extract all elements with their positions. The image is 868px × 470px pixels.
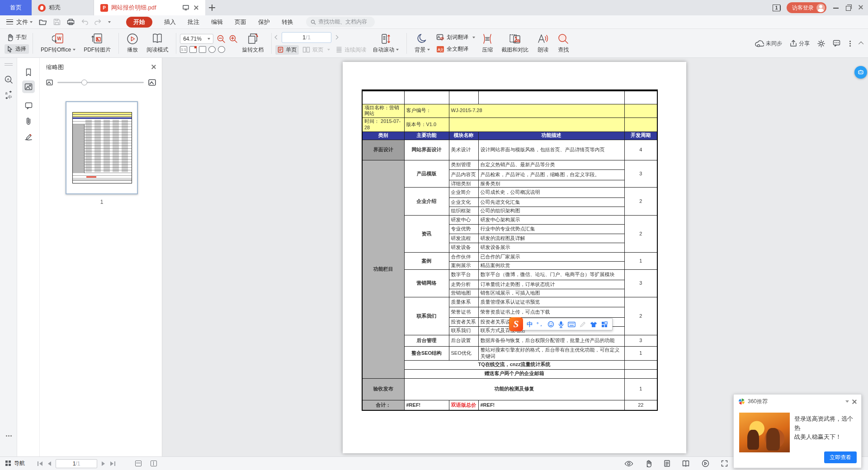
pdf-to-image-button[interactable]: PDF转图片 (80, 30, 115, 56)
signature-tab[interactable] (22, 130, 35, 143)
ime-skin-button[interactable] (590, 321, 597, 328)
ime-handwrite-button[interactable] (580, 321, 586, 328)
last-page-button[interactable] (110, 461, 115, 466)
more-menu-button[interactable] (848, 43, 852, 44)
undo-icon[interactable] (81, 19, 88, 25)
double-page-button[interactable]: 双页 (300, 45, 332, 55)
menu-annotate[interactable]: 批注 (188, 18, 199, 26)
hand-drag-icon[interactable] (645, 460, 652, 467)
close-window-button[interactable] (858, 5, 864, 11)
actual-size-icon[interactable]: 1:1 (180, 46, 187, 53)
rotate-right-icon[interactable] (218, 46, 225, 53)
translate-panel-button[interactable]: a中 (4, 90, 13, 99)
tab-home[interactable]: 首页 (0, 0, 32, 15)
menu-insert[interactable]: 插入 (164, 18, 176, 26)
search-input[interactable]: 查找功能、文档内容 (306, 17, 375, 27)
page-thumbnail[interactable] (66, 101, 138, 194)
next-page-button[interactable] (102, 461, 105, 466)
continuous-button[interactable]: 连续阅读 (334, 45, 368, 55)
status-page-input[interactable]: 1/1 (56, 459, 97, 468)
hamburger-icon[interactable] (6, 19, 13, 24)
popup-view-button[interactable]: 立即查看 (824, 451, 857, 463)
popup-ad-image[interactable] (739, 413, 790, 452)
feedback-button[interactable] (833, 40, 840, 47)
prev-page-icon[interactable] (275, 35, 279, 40)
ime-emoji-button[interactable] (547, 321, 554, 328)
login-button[interactable]: 访客登录 (787, 2, 826, 13)
eye-protect-icon[interactable] (624, 461, 633, 467)
fullscreen-icon[interactable] (721, 460, 728, 467)
single-view-icon[interactable] (664, 460, 670, 467)
minimize-button[interactable] (833, 5, 839, 11)
fit-width-icon[interactable] (199, 46, 206, 53)
menu-protect[interactable]: 保护 (258, 18, 270, 26)
close-panel-icon[interactable] (151, 64, 156, 70)
ime-toolbox-button[interactable] (601, 321, 608, 328)
bookmarks-tab[interactable] (22, 66, 35, 79)
close-tab-icon[interactable] (193, 5, 199, 10)
new-tab-button[interactable] (205, 0, 219, 15)
redo-icon[interactable] (94, 19, 102, 25)
hand-tool-button[interactable]: 手型 (5, 33, 29, 42)
more-commands-caret[interactable] (108, 21, 111, 23)
screenshot-compare-button[interactable]: 截图和对比 (497, 30, 533, 56)
compress-button[interactable]: 压缩 (477, 30, 497, 56)
zoom-level-select[interactable]: 64.71% (180, 34, 213, 44)
menu-page[interactable]: 页面 (235, 18, 246, 26)
word-translate-button[interactable]: A中 划词翻译 (434, 33, 477, 42)
ime-keyboard-button[interactable] (568, 322, 576, 327)
sogou-logo-icon[interactable]: S (509, 317, 523, 331)
auto-scroll-button[interactable]: 自动滚动 (368, 30, 403, 56)
attachments-tab[interactable] (22, 115, 35, 127)
sync-status-button[interactable]: 未同步 (755, 40, 782, 47)
comments-tab[interactable] (22, 99, 35, 112)
more-tools-icon[interactable] (6, 435, 7, 437)
settings-button[interactable] (817, 40, 825, 47)
ime-language-toggle[interactable]: 中 (527, 320, 533, 329)
nav-label[interactable]: 导航 (14, 460, 25, 467)
find-button[interactable]: 查找 (553, 30, 573, 56)
open-file-icon[interactable] (39, 19, 47, 25)
share-button[interactable]: 分享 (790, 40, 810, 47)
tab-document[interactable]: P 网站报价明细.pdf (94, 0, 205, 15)
thumbnails-tab[interactable] (22, 80, 35, 93)
popup-ad-text[interactable]: 登录送高资武将，选个热 战美人稳赢天下！ (794, 414, 859, 442)
print-icon[interactable] (67, 19, 75, 25)
collapse-toolbar-button[interactable] (860, 42, 863, 45)
pin-tab-icon[interactable] (183, 5, 189, 10)
zoom-in-icon[interactable] (229, 34, 238, 43)
ime-punctuation-toggle[interactable]: °， (537, 321, 543, 328)
save-icon[interactable] (53, 19, 61, 25)
fit-width-button[interactable] (135, 461, 142, 466)
popup-close-icon[interactable] (852, 399, 857, 404)
book-view-icon[interactable] (682, 460, 690, 467)
search-doc-button[interactable]: A (4, 75, 13, 84)
fit-height-button[interactable] (151, 461, 157, 466)
rotate-left-icon[interactable] (208, 46, 216, 53)
thumb-size-slider[interactable] (57, 82, 144, 83)
menu-edit[interactable]: 编辑 (211, 18, 223, 26)
rail-drag-handle[interactable] (5, 63, 13, 66)
restore-button[interactable] (845, 5, 852, 11)
assistant-float-button[interactable] (854, 66, 867, 79)
fit-page-icon[interactable] (189, 46, 197, 53)
slider-knob[interactable] (81, 80, 87, 85)
zoom-out-icon[interactable] (217, 34, 226, 43)
rotate-doc-button[interactable]: 旋转文档 (238, 30, 268, 56)
play-button[interactable]: 播放 (123, 30, 142, 56)
next-page-icon[interactable] (334, 35, 339, 40)
full-translate-button[interactable]: A文 全文翻译 (434, 44, 477, 54)
pdf-to-office-button[interactable]: W PDF转Office (37, 30, 80, 56)
menu-start[interactable]: 开始 (126, 17, 152, 28)
first-page-button[interactable] (38, 461, 42, 466)
nav-grid-icon[interactable] (5, 461, 11, 466)
read-mode-button[interactable]: 阅读模式 (142, 30, 172, 56)
popup-collapse-icon[interactable] (845, 400, 849, 403)
select-tool-button[interactable]: 选择 (5, 44, 29, 54)
tab-docer[interactable]: 稻壳 (32, 0, 94, 15)
menu-convert[interactable]: 转换 (282, 18, 293, 26)
window-count-badge[interactable]: 1 (773, 5, 780, 11)
prev-page-button[interactable] (48, 461, 51, 466)
background-button[interactable]: 背景 (410, 30, 434, 56)
single-page-button[interactable]: 单页 (275, 45, 299, 55)
